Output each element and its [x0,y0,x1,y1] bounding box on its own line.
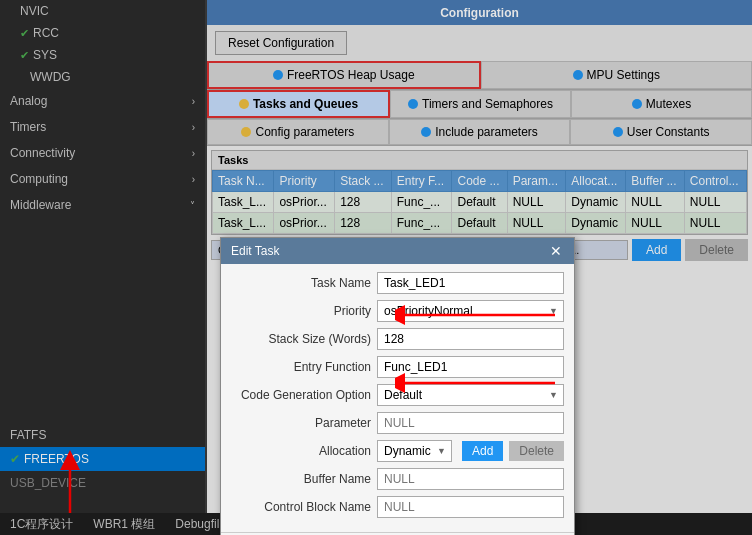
form-row-task-name: Task Name [231,272,564,294]
dialog-add-button[interactable]: Add [462,441,503,461]
buffer-name-label: Buffer Name [231,472,371,486]
form-row-stack: Stack Size (Words) [231,328,564,350]
task-name-input[interactable] [377,272,564,294]
allocation-select-wrapper: Dynamic Static [377,440,452,462]
stack-size-input[interactable] [377,328,564,350]
stack-size-label: Stack Size (Words) [231,332,371,346]
dialog-title: Edit Task [231,244,279,258]
form-row-priority: Priority osPriorityNormal osPriorityLow … [231,300,564,322]
control-block-input[interactable] [377,496,564,518]
entry-function-input[interactable] [377,356,564,378]
allocation-select[interactable]: Dynamic Static [377,440,452,462]
code-gen-select[interactable]: Default Weak External [377,384,564,406]
form-row-parameter: Parameter [231,412,564,434]
form-row-entry: Entry Function [231,356,564,378]
control-block-label: Control Block Name [231,500,371,514]
task-name-label: Task Name [231,276,371,290]
parameter-input[interactable] [377,412,564,434]
edit-task-dialog: Edit Task ✕ Task Name Priority osPriorit… [220,237,575,535]
dialog-delete-button[interactable]: Delete [509,441,564,461]
entry-function-label: Entry Function [231,360,371,374]
allocation-label: Allocation [231,444,371,458]
close-dialog-button[interactable]: ✕ [548,243,564,259]
priority-select-wrapper: osPriorityNormal osPriorityLow osPriorit… [377,300,564,322]
code-gen-select-wrapper: Default Weak External [377,384,564,406]
dialog-header: Edit Task ✕ [221,238,574,264]
buffer-name-input[interactable] [377,468,564,490]
parameter-label: Parameter [231,416,371,430]
form-row-buffer: Buffer Name [231,468,564,490]
dialog-body: Task Name Priority osPriorityNormal osPr… [221,264,574,532]
code-gen-label: Code Generation Option [231,388,371,402]
form-row-code-gen: Code Generation Option Default Weak Exte… [231,384,564,406]
priority-select[interactable]: osPriorityNormal osPriorityLow osPriorit… [377,300,564,322]
form-row-control-block: Control Block Name [231,496,564,518]
form-row-allocation: Allocation Dynamic Static Add Delete [231,440,564,462]
priority-label: Priority [231,304,371,318]
